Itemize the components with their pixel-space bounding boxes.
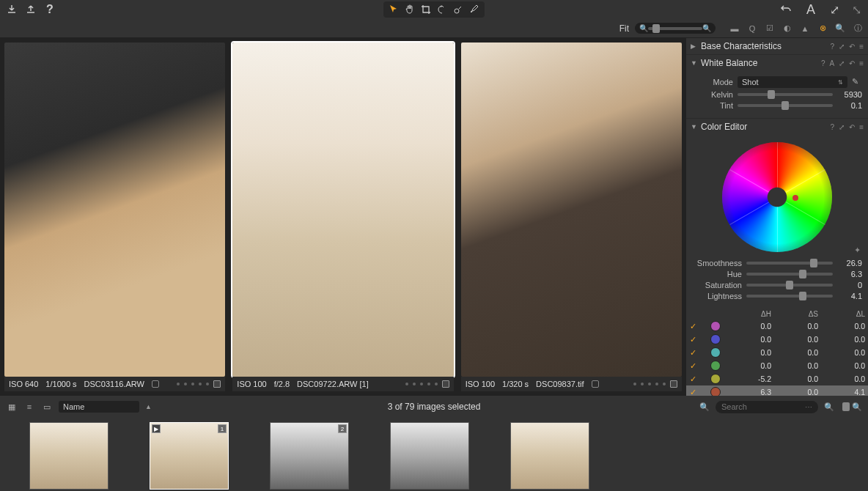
chevron-down-icon: ▼ [691,59,698,67]
color-swatch[interactable] [710,347,721,358]
expand-icon[interactable]: ⤢ [839,123,845,131]
color-swatch[interactable] [710,387,721,396]
metadata-tab-icon[interactable]: 🔍 [834,23,846,34]
help-icon[interactable]: ? [821,59,825,67]
search-input[interactable] [721,402,801,411]
lightness-slider[interactable] [746,295,833,298]
saturation-value[interactable]: 0 [837,281,862,289]
help-icon[interactable]: ? [831,123,835,131]
sort-direction-icon[interactable]: ▲ [145,403,152,410]
reset-icon[interactable]: ↶ [849,123,855,131]
kelvin-value[interactable]: 5930 [837,90,862,99]
search-field[interactable]: ⋯ [716,401,818,413]
reset-icon[interactable]: ↶ [849,43,855,51]
kelvin-slider[interactable] [738,93,833,96]
row-check-icon[interactable]: ✓ [689,388,696,396]
cursor-tool-icon[interactable] [388,4,400,15]
color-edit-row[interactable]: ✓0.00.00.0 [686,359,868,372]
adjust-tab-icon[interactable]: ☑ [764,23,776,34]
list-view-icon[interactable]: ≡ [23,401,35,413]
import-icon[interactable] [6,4,18,15]
crop-tool-icon[interactable] [420,4,432,15]
variant-icon[interactable] [442,380,449,388]
wb-mode-select[interactable]: Shot⇅ [738,76,847,88]
saturation-slider[interactable] [746,284,833,287]
filmstrip-thumbnail[interactable] [29,422,108,487]
search-options-icon[interactable]: ⋯ [805,403,812,411]
details-tab-icon[interactable]: ◐ [781,23,793,34]
undo-icon[interactable] [780,4,792,15]
menu-icon[interactable]: ≡ [859,123,864,131]
row-check-icon[interactable]: ✓ [689,375,696,383]
color-wheel-marker[interactable] [792,195,798,201]
zoom-slider-group[interactable]: 🔍 🔍 [635,23,716,34]
color-edit-row[interactable]: ✓0.00.00.0 [686,346,868,359]
variant-icon[interactable] [213,380,221,388]
panel-header[interactable]: ▶ Base Characteristics ?⤢↶≡ [686,38,868,54]
zoom-in-icon[interactable]: 🔍 [852,402,862,412]
menu-icon[interactable]: ≡ [859,59,864,67]
color-edit-row[interactable]: ✓0.00.00.0 [686,320,868,333]
chevron-right-icon: ▶ [691,43,698,50]
pick-checkbox[interactable] [152,380,159,388]
search-icon: 🔍 [699,402,710,412]
lightness-value[interactable]: 4.1 [837,292,862,300]
zoom-fit-label[interactable]: Fit [619,23,629,34]
rotate-tool-icon[interactable] [436,4,448,15]
magic-wand-icon[interactable]: ✦ [854,246,861,255]
smoothness-slider[interactable] [746,262,833,265]
color-swatch[interactable] [710,374,721,384]
variant-icon[interactable] [670,380,677,388]
color-swatch[interactable] [710,321,721,331]
panel-header[interactable]: ▼ Color Editor ?⤢↶≡ [686,119,868,135]
hue-value[interactable]: 6.3 [837,270,862,278]
help-icon[interactable]: ? [44,4,56,15]
viewer-image-2[interactable]: ISO 100 f/2.8 DSC09722.ARW [1] [232,43,453,391]
viewer-image-1[interactable]: ISO 640 1/1000 s DSC03116.ARW [4,43,225,391]
auto-icon[interactable]: A [829,59,834,67]
library-tab-icon[interactable]: ▬ [729,23,740,34]
expand-icon[interactable]: ⤢ [839,43,845,51]
color-swatch[interactable] [710,334,721,344]
filmstrip-thumbnail[interactable]: ▶1 [150,422,229,487]
spot-tool-icon[interactable] [452,4,464,15]
row-check-icon[interactable]: ✓ [689,336,696,343]
color-edit-row[interactable]: ✓-5.20.00.0 [686,372,868,385]
reset-icon[interactable]: ↶ [849,59,855,67]
output-tab-icon[interactable]: ⓘ [852,23,864,34]
local-tab-icon[interactable]: ▲ [799,23,811,34]
panel-header[interactable]: ▼ White Balance ?A⤢↶≡ [686,55,868,71]
color-wheel[interactable] [722,142,832,252]
brush-tool-icon[interactable] [468,4,480,15]
eyedropper-icon[interactable]: ✎ [852,77,862,87]
filmstrip-thumbnail[interactable] [510,422,589,487]
color-edit-row[interactable]: ✓6.30.04.1 [686,385,868,396]
smoothness-value[interactable]: 26.9 [837,259,862,267]
sort-select[interactable]: Name [59,401,139,413]
row-check-icon[interactable]: ✓ [689,322,696,330]
tint-value[interactable]: 0.1 [837,101,862,110]
filmstrip-view-icon[interactable]: ▭ [41,401,53,413]
menu-icon[interactable]: ≡ [859,43,864,51]
hand-tool-icon[interactable] [404,4,416,15]
row-check-icon[interactable]: ✓ [689,349,696,356]
grid-view-icon[interactable]: ▦ [6,401,18,413]
zoom-out-icon[interactable]: 🔍 [824,402,834,412]
pick-checkbox[interactable] [592,380,599,388]
hue-slider[interactable] [746,273,833,276]
filmstrip-thumbnail[interactable]: 2 [270,422,349,487]
color-edit-row[interactable]: ✓0.00.00.0 [686,333,868,346]
row-check-icon[interactable]: ✓ [689,362,696,369]
help-icon[interactable]: ? [831,43,835,51]
lens-tab-icon[interactable]: Q [746,23,758,34]
export-icon[interactable] [25,4,37,15]
expand-icon[interactable]: ⤢ [839,59,845,67]
color-swatch[interactable] [710,361,721,371]
filmstrip-thumbnail[interactable] [390,422,469,487]
viewer-image-3[interactable]: ISO 100 1/320 s DSC09837.tif [461,43,682,391]
auto-adjust-icon[interactable]: A [806,2,814,18]
color-tab-icon[interactable]: ⊗ [817,23,828,34]
expand-icon[interactable]: ⤢ [828,4,840,15]
tint-slider[interactable] [738,104,833,107]
collapse-icon[interactable]: ⤡ [850,4,862,15]
